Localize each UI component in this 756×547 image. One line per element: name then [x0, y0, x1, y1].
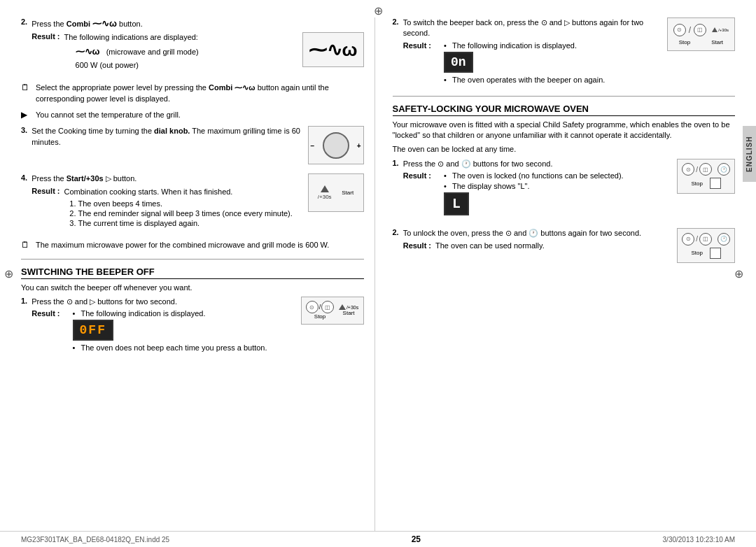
safety-stop-labels: Stop	[691, 178, 720, 189]
step-3-block: 3. − + Set the Cooking time by turning t…	[21, 126, 364, 168]
combi-icon-display: ⁓∿ω	[302, 32, 364, 67]
step-3-content: − + Set the Cooking time by turning the …	[31, 126, 363, 168]
footer-right: 3/30/2013 10:23:10 AM	[663, 536, 735, 544]
safety-step-2-result: Result : The oven can be used normally.	[403, 241, 672, 250]
top-compass-icon: ⊕	[374, 4, 383, 17]
beeper-bullet-1-text: The following indication is displayed.	[81, 309, 206, 318]
beeper-bullet-1: • The following indication is displayed.	[73, 309, 294, 318]
rc-labels-row: Stop Start	[679, 39, 723, 45]
separator-1	[21, 259, 364, 260]
beeper-stop-label: Stop	[314, 313, 326, 320]
result-label-2: Result :	[31, 32, 59, 41]
beeper-rc-bullet-2-text: The oven operates with the beeper on aga…	[452, 76, 605, 84]
beeper-rc-step-2-num: 2.	[393, 17, 399, 26]
list-item-3: The current time is displayed again.	[78, 219, 301, 227]
on-text: 0n	[451, 55, 466, 69]
page-container: ⊕ ⊕ ENGLISH 2. Press the Combi ⁓∿ω butto…	[0, 0, 756, 547]
main-content: 2. Press the Combi ⁓∿ω button. ⁓∿ω Resul…	[21, 17, 735, 531]
safety-result-2-content: The oven can be used normally.	[435, 241, 671, 250]
beeper-start-label: Start	[343, 310, 355, 316]
separator-2	[393, 96, 736, 97]
safety-step-2: 2. ⊙ / ◫ 🕐 Stop	[393, 228, 736, 267]
safety-step-1-num: 1.	[393, 159, 399, 167]
rc-stop-circle2: ◫	[694, 24, 706, 36]
safety-clock-icon: 🕐	[718, 163, 730, 176]
safety-step-1: 1. ⊙ / ◫ 🕐 Stop	[393, 159, 736, 222]
safety-stop-circle-2: ⊙	[682, 233, 694, 246]
safety-square-icon	[710, 178, 721, 189]
beeper-rc-step-2: 2. ⊙ / ◫ /+30s	[393, 17, 736, 90]
left-compass-icon: ⊕	[4, 267, 13, 280]
note-1-icon: 🗒	[21, 83, 32, 92]
beeper-rc-bullet-1-text: The following indication is displayed.	[452, 41, 577, 50]
beeper-step-1-content: ⊙ / ◫ Stop /+30s	[31, 297, 363, 358]
dial-knob-display: − +	[308, 126, 364, 164]
step-2-num: 2.	[21, 17, 27, 26]
left-column: 2. Press the Combi ⁓∿ω button. ⁓∿ω Resul…	[21, 17, 375, 531]
on-display: 0n	[444, 52, 473, 73]
start-label: /+30s	[318, 194, 332, 200]
step-3-num: 3.	[21, 126, 27, 134]
result-4-content: Combination cooking starts. When it has …	[64, 187, 301, 230]
right-column: 2. ⊙ / ◫ /+30s	[382, 17, 736, 531]
step-4-content: /+30s Start Press the Start/+30s ▷ butto…	[31, 173, 363, 234]
rc-slash: /	[689, 25, 691, 35]
safety-bullet-1b-text: The display shows "L".	[452, 182, 530, 190]
safety-stop-circle2: ◫	[699, 163, 712, 176]
safety-stop-label-2: Stop	[691, 250, 702, 256]
safety-result-2-text: The oven can be used normally.	[435, 241, 545, 250]
beeper-stop-start-panel: ⊙ / ◫ Stop /+30s	[301, 297, 364, 325]
step-2-text: Press the Combi ⁓∿ω button.	[31, 17, 363, 30]
safety-intro2: The oven can be locked at any time.	[393, 144, 736, 155]
start-text: Start	[342, 190, 354, 196]
beeper-step-1-block: 1. ⊙ / ◫ Stop	[21, 297, 364, 358]
footer-left: MG23F301TAK_BA_DE68-04182Q_EN.indd 25	[21, 536, 169, 544]
rc-start-item: /+30s	[712, 27, 729, 32]
result-4-text: Combination cooking starts. When it has …	[64, 187, 301, 197]
safety-stop-label: Stop	[691, 180, 702, 187]
language-tab: ENGLISH	[743, 126, 756, 182]
rc-stop-circle: ⊙	[673, 24, 686, 36]
list-item-2: The end reminder signal will beep 3 time…	[78, 209, 301, 218]
page-footer: MG23F301TAK_BA_DE68-04182Q_EN.indd 25 25…	[0, 531, 756, 547]
indication-2: 600 W (out power)	[76, 60, 297, 71]
right-compass-icon: ⊕	[734, 267, 743, 280]
beeper-start-item: /+30s Start	[339, 304, 358, 316]
step-2-result: Result : The following indications are d…	[31, 32, 296, 73]
start-label-text: Start	[342, 190, 354, 196]
safety-stop-icons-2: ⊙ / ◫ 🕐	[682, 233, 730, 246]
dial-knob	[323, 132, 349, 159]
rc-stop-label: Stop	[679, 39, 690, 45]
safety-bullet-1b: • The display shows "L".	[444, 182, 671, 190]
beeper-step-1-result: Result : • The following indication is d…	[31, 309, 293, 354]
result-label-4: Result :	[31, 187, 59, 195]
beeper-result-label: Result :	[31, 309, 59, 318]
safety-result-1-content: • The oven is locked (no functions can b…	[435, 171, 671, 218]
step-2-block: 2. Press the Combi ⁓∿ω button. ⁓∿ω Resul…	[21, 17, 364, 77]
start-30s-panel: /+30s Start	[308, 173, 364, 212]
safety-stop-panel-2: ⊙ / ◫ 🕐 Stop	[677, 228, 735, 263]
step-4-list: The oven beeps 4 times. The end reminder…	[78, 199, 301, 227]
note-1-block: 🗒 Select the appropriate power level by …	[21, 83, 364, 106]
safety-bullet-1a: • The oven is locked (no functions can b…	[444, 171, 671, 180]
safety-stop-labels-2: Stop	[691, 248, 720, 259]
beeper-stop-item: ⊙ / ◫ Stop	[306, 301, 335, 320]
note-3-text: The maximum microwave power for the comb…	[36, 240, 329, 250]
safety-clock-icon-2: 🕐	[718, 233, 730, 246]
safety-result-label-1: Result :	[403, 171, 431, 180]
safety-step-1-content: ⊙ / ◫ 🕐 Stop Press the ⊙ and 🕐 buttons f…	[403, 159, 735, 222]
off-display-container: 0FF	[73, 320, 294, 341]
page-number: 25	[412, 534, 421, 544]
beeper-rc-step-2-content: ⊙ / ◫ /+30s Stop	[403, 17, 735, 90]
step-4-block: 4. /+30s Start	[21, 173, 364, 234]
switching-intro: You can switch the beeper off whenever y…	[21, 283, 364, 293]
language-label: ENGLISH	[746, 136, 753, 171]
on-display-container: 0n	[444, 52, 660, 73]
safety-step-1-result: Result : • The oven is locked (no functi…	[403, 171, 672, 218]
note-1-text: Select the appropriate power level by pr…	[36, 83, 364, 104]
beeper-rc-result-label: Result :	[403, 41, 431, 50]
result-2-text: The following indications are displayed:	[64, 32, 297, 43]
beeper-bullet-2: • The oven does not beep each time you p…	[73, 343, 294, 352]
beeper-rc-bullet-1: • The following indication is displayed.	[444, 41, 660, 50]
note-2-text: You cannot set the temperature of the gr…	[36, 110, 181, 120]
